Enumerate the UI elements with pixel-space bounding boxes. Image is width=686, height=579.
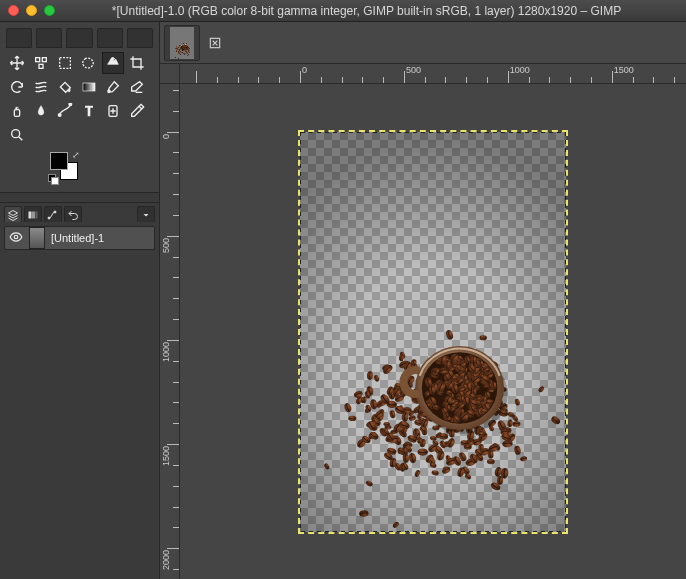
foreground-color-swatch[interactable] (50, 152, 68, 170)
minimize-window-button[interactable] (26, 5, 37, 16)
layer-name-label: [Untitled]-1 (51, 232, 104, 244)
tool-free-select[interactable] (78, 52, 100, 74)
svg-rect-6 (14, 110, 19, 117)
svg-point-5 (108, 90, 111, 93)
maximize-window-button[interactable] (44, 5, 55, 16)
tool-text[interactable] (78, 100, 100, 122)
tool-smudge[interactable] (30, 100, 52, 122)
svg-point-7 (58, 114, 61, 117)
ruler-v-label: 500 (161, 238, 171, 253)
svg-point-14 (48, 217, 50, 219)
toolbox-tab[interactable] (127, 28, 153, 48)
svg-point-15 (54, 211, 56, 213)
tool-options-panel (0, 192, 159, 202)
ruler-h-label: 1000 (510, 65, 530, 75)
image-editor: 050010001500 0500100015002000 (160, 22, 686, 579)
toolbox-tab[interactable] (36, 28, 62, 48)
tool-scale[interactable] (30, 76, 52, 98)
layer-visibility-icon[interactable] (9, 230, 23, 246)
tool-heal[interactable] (102, 100, 124, 122)
tool-rect-select[interactable] (54, 52, 76, 74)
window-titlebar: *[Untitled]-1.0 (RGB color 8-bit gamma i… (0, 0, 686, 22)
vignette-overlay (300, 132, 566, 532)
tool-eraser[interactable] (126, 76, 148, 98)
reset-colors-icon[interactable] (48, 174, 58, 184)
ruler-origin[interactable] (160, 64, 180, 84)
window-title: *[Untitled]-1.0 (RGB color 8-bit gamma i… (55, 4, 678, 18)
dock-tab-layers[interactable] (4, 206, 22, 222)
vertical-ruler[interactable]: 0500100015002000 (160, 84, 180, 579)
dock-tab-undo[interactable] (64, 206, 82, 222)
tool-rotate[interactable] (6, 76, 28, 98)
swap-colors-icon[interactable]: ⤢ (72, 150, 80, 160)
tool-bucket-fill[interactable] (54, 76, 76, 98)
tool-crop[interactable] (126, 52, 148, 74)
svg-point-10 (12, 130, 20, 138)
tool-color-picker[interactable] (126, 100, 148, 122)
close-image-tab-button[interactable] (204, 32, 226, 54)
svg-rect-13 (36, 211, 38, 218)
dock-tab-paths[interactable] (44, 206, 62, 222)
window-controls (8, 5, 55, 16)
canvas[interactable] (300, 132, 566, 532)
tool-fuzzy-select[interactable] (102, 52, 124, 74)
color-swatches: ⤢ (50, 152, 90, 184)
ruler-v-label: 1000 (161, 342, 171, 362)
horizontal-ruler[interactable]: 050010001500 (180, 64, 686, 84)
toolbox-tab[interactable] (97, 28, 123, 48)
svg-rect-0 (36, 58, 40, 62)
left-dock: ⤢ [Untitled]-1 (0, 22, 160, 579)
tool-gradient[interactable] (78, 76, 100, 98)
tool-move[interactable] (6, 52, 28, 74)
svg-rect-3 (60, 58, 71, 69)
image-tabs (160, 22, 686, 64)
toolbox-tab[interactable] (66, 28, 92, 48)
layers-panel: [Untitled]-1 (0, 222, 159, 579)
tool-align[interactable] (30, 52, 52, 74)
svg-rect-2 (39, 64, 43, 68)
layer-row[interactable]: [Untitled]-1 (4, 226, 155, 250)
toolbox: ⤢ (0, 22, 159, 192)
close-window-button[interactable] (8, 5, 19, 16)
svg-rect-12 (32, 211, 35, 218)
image-tab[interactable] (164, 25, 200, 61)
svg-rect-1 (42, 58, 46, 62)
ruler-v-label: 2000 (161, 550, 171, 570)
tool-zoom[interactable] (6, 124, 28, 146)
svg-point-16 (14, 235, 18, 239)
ruler-v-label: 1500 (161, 446, 171, 466)
ruler-h-label: 500 (406, 65, 421, 75)
toolbox-tab[interactable] (6, 28, 32, 48)
svg-point-8 (69, 103, 72, 106)
image-tab-thumbnail (170, 27, 194, 59)
ruler-h-label: 0 (302, 65, 307, 75)
tool-clone[interactable] (6, 100, 28, 122)
ruler-v-label: 0 (161, 134, 171, 139)
layer-thumbnail (29, 227, 45, 249)
dock-menu-button[interactable] (137, 206, 155, 222)
canvas-area: 050010001500 0500100015002000 (160, 64, 686, 579)
toolbox-tabstrip (6, 28, 153, 48)
svg-rect-4 (83, 83, 95, 91)
tool-path[interactable] (54, 100, 76, 122)
svg-rect-11 (29, 211, 32, 218)
tool-pencil[interactable] (102, 76, 124, 98)
viewport[interactable] (180, 84, 686, 579)
ruler-h-label: 1500 (614, 65, 634, 75)
dock-tab-channels[interactable] (24, 206, 42, 222)
